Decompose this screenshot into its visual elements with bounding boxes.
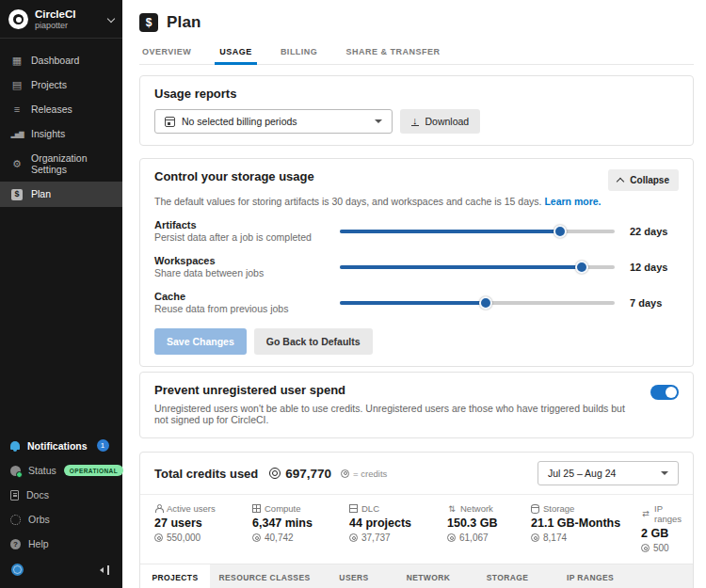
collapse-button[interactable]: Collapse xyxy=(608,169,679,191)
stat-credits: 40,742 xyxy=(265,532,294,543)
network-icon: ⇅ xyxy=(447,504,457,514)
stat-ip-ranges: ⇄IP ranges 2 GB 500 xyxy=(641,503,682,553)
sidebar-item-label: Organization Settings xyxy=(31,152,112,175)
sidebar-item-releases[interactable]: ≡ Releases xyxy=(0,97,122,121)
cache-slider[interactable] xyxy=(340,296,615,310)
stat-label: Compute xyxy=(265,503,301,514)
slider-fill xyxy=(340,230,560,233)
sidebar-item-orbs[interactable]: Orbs xyxy=(0,507,122,532)
credits-icon xyxy=(641,544,650,552)
credits-icon xyxy=(269,468,281,479)
notifications-label: Notifications xyxy=(27,440,88,452)
stat-label: Storage xyxy=(543,503,574,514)
workspaces-value: 12 days xyxy=(630,262,679,273)
table-tab-ip-ranges[interactable]: IP RANGES xyxy=(547,564,634,588)
dlc-icon xyxy=(349,504,358,513)
caret-down-icon xyxy=(375,119,382,123)
tab-overview[interactable]: OVERVIEW xyxy=(141,43,192,64)
slider-thumb[interactable] xyxy=(575,261,588,274)
main-content: Plan OVERVIEW USAGE BILLING SHARE & TRAN… xyxy=(122,0,706,588)
org-name: CircleCI xyxy=(35,8,75,21)
table-tab-resource-classes[interactable]: RESOURCE CLASSES xyxy=(210,564,319,588)
table-tab-network[interactable]: NETWORK xyxy=(389,564,468,588)
stat-value: 2 GB xyxy=(641,527,682,540)
org-switcher[interactable]: CircleCI piapotter xyxy=(0,0,122,39)
stat-active-users: Active users 27 users 550,000 xyxy=(154,503,249,553)
sidebar-item-notifications[interactable]: Notifications 1 xyxy=(0,433,122,458)
docs-label: Docs xyxy=(26,489,49,501)
sidebar-nav: ▦ Dashboard ▤ Projects ≡ Releases ▂▅▇ In… xyxy=(0,48,122,207)
credits-card: Total credits used 697,770 = credits Jul… xyxy=(139,452,694,588)
orbs-icon xyxy=(10,515,21,525)
sidebar-item-status[interactable]: Status OPERATIONAL xyxy=(0,458,122,483)
stat-value: 44 projects xyxy=(349,516,443,530)
plan-icon xyxy=(10,188,24,200)
stat-label: IP ranges xyxy=(654,503,682,524)
slider-thumb[interactable] xyxy=(554,225,567,238)
credits-header: Total credits used 697,770 = credits Jul… xyxy=(140,453,693,495)
tab-usage[interactable]: USAGE xyxy=(218,43,253,64)
storage-icon xyxy=(531,504,539,514)
stat-dlc: DLC 44 projects 37,737 xyxy=(349,503,443,553)
sidebar-item-insights[interactable]: ▂▅▇ Insights xyxy=(0,121,122,146)
prevent-spend-card: Prevent unregistered user spend Unregist… xyxy=(139,372,694,438)
storage-title: Control your storage usage xyxy=(154,169,314,183)
plan-dollar-icon xyxy=(139,13,158,32)
date-range-select[interactable]: Jul 25 – Aug 24 xyxy=(538,461,679,485)
document-icon xyxy=(10,490,19,501)
table-tab-users[interactable]: USERS xyxy=(319,564,389,588)
compute-icon xyxy=(252,504,261,513)
insights-icon: ▂▅▇ xyxy=(10,129,24,139)
cache-slider-row: Cache Reuse data from previous jobs 7 da… xyxy=(154,291,679,314)
tab-billing[interactable]: BILLING xyxy=(280,43,319,64)
usage-table-tabs: PROJECTS RESOURCE CLASSES USERS NETWORK … xyxy=(140,564,693,588)
slider-fill xyxy=(340,301,486,305)
sidebar-item-projects[interactable]: ▤ Projects xyxy=(0,72,122,97)
learn-more-link[interactable]: Learn more. xyxy=(544,196,601,207)
stat-value: 27 users xyxy=(154,516,249,530)
collapse-sidebar-icon[interactable] xyxy=(100,564,111,576)
stat-credits: 500 xyxy=(653,543,669,553)
save-changes-button[interactable]: Save Changes xyxy=(154,328,247,355)
table-tab-projects[interactable]: PROJECTS xyxy=(140,564,210,588)
prevent-spend-toggle[interactable] xyxy=(650,385,679,400)
projects-icon: ▤ xyxy=(10,80,24,90)
workspaces-slider-row: Workspaces Share data between jobs 12 da… xyxy=(154,255,679,278)
slider-thumb[interactable] xyxy=(479,296,492,310)
stat-value: 21.1 GB-Months xyxy=(531,516,637,530)
credits-legend: = credits xyxy=(341,469,387,479)
sidebar-item-label: Plan xyxy=(31,188,51,199)
sidebar-item-docs[interactable]: Docs xyxy=(0,483,122,507)
storage-description: The default values for storing artifacts… xyxy=(154,196,679,207)
go-back-to-defaults-button[interactable]: Go Back to Defaults xyxy=(254,328,373,355)
download-button[interactable]: Download xyxy=(400,109,480,134)
billing-period-select[interactable]: No selected billing periods xyxy=(154,109,393,134)
artifacts-slider[interactable] xyxy=(340,225,615,238)
download-label: Download xyxy=(425,116,470,127)
stat-label: Active users xyxy=(167,503,216,514)
stat-credits: 61,067 xyxy=(459,532,489,543)
tab-share-transfer[interactable]: SHARE & TRANSFER xyxy=(345,43,441,64)
artifacts-value: 22 days xyxy=(630,226,679,237)
credits-total: 697,770 xyxy=(285,467,331,481)
sidebar-item-label: Releases xyxy=(31,103,72,115)
storage-description-text: The default values for storing artifacts… xyxy=(154,196,541,207)
orbs-label: Orbs xyxy=(28,514,50,525)
prevent-spend-title: Prevent unregistered user spend xyxy=(154,383,634,397)
stat-credits: 37,737 xyxy=(361,532,391,543)
chevron-up-icon xyxy=(617,178,624,185)
credits-stats: Active users 27 users 550,000 Compute 6,… xyxy=(140,495,693,564)
sidebar-item-organization-settings[interactable]: ⚙ Organization Settings xyxy=(0,146,122,182)
sidebar-item-plan[interactable]: Plan xyxy=(0,182,122,207)
sidebar-item-help[interactable]: Help xyxy=(0,532,122,556)
usage-reports-title: Usage reports xyxy=(154,87,679,101)
credits-icon xyxy=(531,533,539,542)
notifications-count-badge: 1 xyxy=(97,439,109,452)
credits-icon xyxy=(341,469,349,478)
credits-icon xyxy=(252,533,261,542)
globe-icon[interactable] xyxy=(11,564,24,576)
table-tab-storage[interactable]: STORAGE xyxy=(468,564,547,588)
sidebar-item-dashboard[interactable]: ▦ Dashboard xyxy=(0,48,122,72)
collapse-label: Collapse xyxy=(630,175,669,185)
workspaces-slider[interactable] xyxy=(340,261,615,274)
